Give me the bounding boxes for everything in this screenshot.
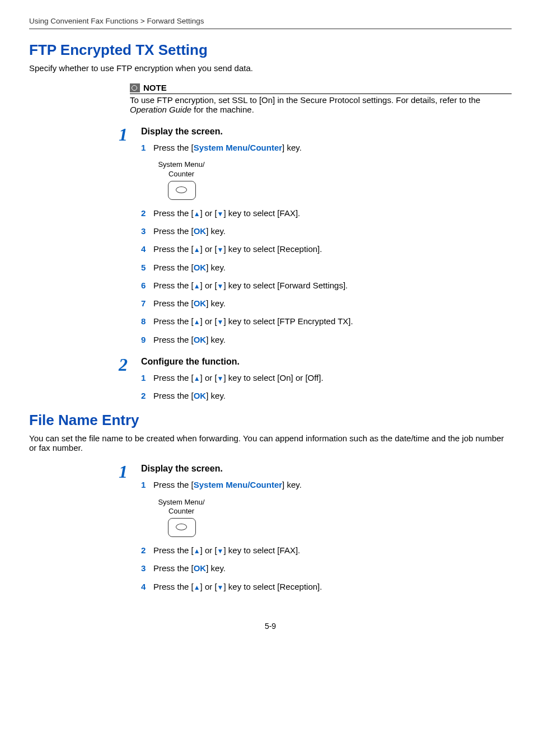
step-title: Configure the function. bbox=[141, 357, 512, 367]
substep: 3 Press the [OK] key. bbox=[141, 563, 512, 574]
text: ] key to select [Forward Settings]. bbox=[224, 281, 348, 290]
substep-num: 4 bbox=[141, 244, 153, 255]
substep: 5 Press the [OK] key. bbox=[141, 262, 512, 273]
substep: 4 Press the [▲] or [▼] key to select [Re… bbox=[141, 244, 512, 255]
text: Press the [ bbox=[153, 545, 194, 555]
down-arrow-icon: ▼ bbox=[217, 375, 224, 382]
substep-num: 2 bbox=[141, 208, 153, 219]
down-arrow-icon: ▼ bbox=[217, 210, 224, 218]
down-arrow-icon: ▼ bbox=[217, 318, 224, 326]
text: Press the [ bbox=[153, 480, 194, 489]
substep: 3 Press the [OK] key. bbox=[141, 226, 512, 237]
text: Press the [ bbox=[153, 316, 194, 326]
text: Press the [ bbox=[153, 582, 194, 591]
step-number-1: 1 bbox=[119, 125, 141, 143]
substep: 2 Press the [▲] or [▼] key to select [FA… bbox=[141, 208, 512, 219]
key-label: OK bbox=[194, 263, 207, 272]
key-caption-line1: System Menu/ bbox=[158, 160, 204, 169]
key-label: OK bbox=[194, 298, 207, 308]
text: ] key to select [On] or [Off]. bbox=[224, 373, 324, 382]
step-title: Display the screen. bbox=[141, 464, 512, 474]
substep: 2 Press the [OK] key. bbox=[141, 390, 512, 402]
note-text-pre: To use FTP encryption, set SSL to [On] i… bbox=[130, 95, 480, 105]
text: ] or [ bbox=[200, 281, 217, 290]
up-arrow-icon: ▲ bbox=[194, 318, 200, 326]
breadcrumb: Using Convenient Fax Functions > Forward… bbox=[29, 17, 512, 29]
key-caption-line1: System Menu/ bbox=[158, 498, 204, 506]
text: ] key. bbox=[282, 143, 302, 152]
note-text-italic: Operation Guide bbox=[130, 105, 191, 114]
note-text-post: for the machine. bbox=[191, 105, 254, 114]
key-label: OK bbox=[194, 563, 207, 573]
substep-num: 6 bbox=[141, 280, 153, 291]
substep: 7 Press the [OK] key. bbox=[141, 298, 512, 309]
down-arrow-icon: ▼ bbox=[217, 584, 224, 591]
substep-num: 8 bbox=[141, 316, 153, 327]
note-icon bbox=[130, 83, 140, 92]
text: ] key to select [Reception]. bbox=[224, 244, 322, 254]
key-button-icon bbox=[168, 518, 196, 537]
intro-text: You can set the file name to be created … bbox=[29, 433, 512, 452]
intro-text: Specify whether to use FTP encryption wh… bbox=[29, 63, 512, 73]
substep-num: 3 bbox=[141, 226, 153, 237]
key-caption-line2: Counter bbox=[168, 170, 194, 178]
text: Press the [ bbox=[153, 373, 194, 382]
key-label: OK bbox=[194, 226, 207, 236]
down-arrow-icon: ▼ bbox=[217, 282, 224, 290]
up-arrow-icon: ▲ bbox=[194, 282, 200, 290]
key-button-icon bbox=[168, 181, 196, 200]
text: ] key. bbox=[206, 391, 226, 400]
up-arrow-icon: ▲ bbox=[194, 547, 200, 555]
substep-num: 2 bbox=[141, 390, 153, 402]
substep-num: 1 bbox=[141, 372, 153, 384]
page-number: 5-9 bbox=[29, 622, 512, 631]
key-label: System Menu/Counter bbox=[194, 143, 282, 152]
substep-num: 4 bbox=[141, 581, 153, 592]
text: ] key. bbox=[206, 226, 226, 236]
text: Press the [ bbox=[153, 143, 194, 152]
text: Press the [ bbox=[153, 208, 194, 218]
key-label: OK bbox=[194, 391, 207, 400]
text: ] key. bbox=[206, 263, 226, 272]
text: ] or [ bbox=[200, 316, 217, 326]
key-label: System Menu/Counter bbox=[194, 480, 282, 489]
heading-ftp-encrypted-tx: FTP Encrypted TX Setting bbox=[29, 41, 512, 59]
step-1: 1 Display the screen. 1 Press the [Syste… bbox=[119, 125, 512, 352]
text: ] or [ bbox=[200, 373, 217, 382]
text: ] key to select [FAX]. bbox=[224, 208, 301, 218]
substep: 1 Press the [▲] or [▼] key to select [On… bbox=[141, 372, 512, 384]
text: ] key to select [FAX]. bbox=[224, 545, 301, 555]
text: ] or [ bbox=[200, 545, 217, 555]
down-arrow-icon: ▼ bbox=[217, 547, 224, 555]
text: ] key. bbox=[206, 298, 226, 308]
text: ] or [ bbox=[200, 208, 217, 218]
text: Press the [ bbox=[153, 244, 194, 254]
text: Press the [ bbox=[153, 335, 194, 344]
text: Press the [ bbox=[153, 281, 194, 290]
substep-num: 9 bbox=[141, 334, 153, 346]
key-label: OK bbox=[194, 335, 207, 344]
substep-num: 3 bbox=[141, 563, 153, 574]
note-box: NOTE To use FTP encryption, set SSL to [… bbox=[130, 83, 512, 114]
step-1: 1 Display the screen. 1 Press the [Syste… bbox=[119, 463, 512, 599]
note-body: To use FTP encryption, set SSL to [On] i… bbox=[130, 94, 512, 114]
substep: 1 Press the [System Menu/Counter] key. bbox=[141, 479, 512, 491]
text: ] key. bbox=[206, 563, 226, 573]
step-2: 2 Configure the function. 1 Press the [▲… bbox=[119, 356, 512, 409]
up-arrow-icon: ▲ bbox=[194, 375, 200, 382]
text: Press the [ bbox=[153, 263, 194, 272]
up-arrow-icon: ▲ bbox=[194, 584, 200, 591]
text: Press the [ bbox=[153, 391, 194, 400]
substep: 6 Press the [▲▼] or [▼] key to select [F… bbox=[141, 280, 512, 291]
text: ] or [ bbox=[200, 582, 217, 591]
note-label: NOTE bbox=[143, 83, 167, 92]
text: ] key. bbox=[282, 480, 302, 489]
physical-key-figure: System Menu/Counter bbox=[141, 498, 512, 538]
substep-num: 2 bbox=[141, 545, 153, 556]
substep: 8 Press the [▲] or [▼] key to select [FT… bbox=[141, 316, 512, 327]
substep: 2 Press the [▲] or [▼] key to select [FA… bbox=[141, 545, 512, 556]
text: ] key. bbox=[206, 335, 226, 344]
text: Press the [ bbox=[153, 563, 194, 573]
substep-num: 1 bbox=[141, 142, 153, 153]
substep: 1 Press the [System Menu/Counter] key. bbox=[141, 142, 512, 153]
